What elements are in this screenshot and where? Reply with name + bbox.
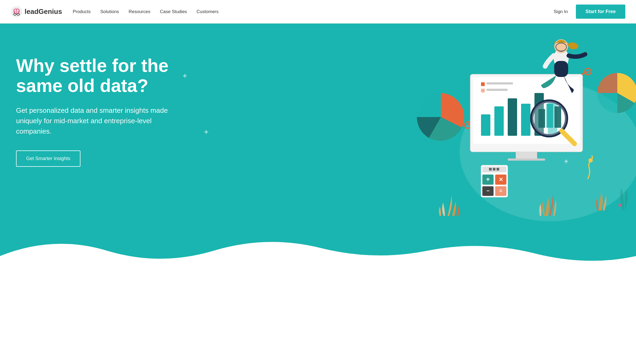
hero-content: Why settle for the same old data? Get pe… (16, 45, 198, 167)
hero-subtitle: Get personalized data and smarter insigh… (16, 105, 182, 137)
hero-illustration: + ✕ − = (401, 24, 636, 277)
svg-rect-25 (481, 89, 485, 92)
navbar-right: Sign In Start for Free (554, 5, 625, 19)
hero-svg: + ✕ − = (401, 24, 636, 243)
navbar-left: leadGenius Products Solutions Resources … (11, 6, 219, 18)
svg-rect-31 (538, 109, 545, 128)
svg-rect-21 (521, 104, 530, 136)
nav-links: Products Solutions Resources Case Studie… (73, 9, 219, 14)
logo[interactable]: leadGenius (11, 6, 62, 18)
svg-text:✕: ✕ (499, 177, 503, 183)
svg-rect-37 (493, 168, 495, 171)
svg-rect-26 (486, 82, 513, 84)
navbar: leadGenius Products Solutions Resources … (0, 0, 636, 24)
hero-section: Why settle for the same old data? Get pe… (0, 24, 636, 277)
start-for-free-button[interactable]: Start for Free (576, 5, 625, 19)
nav-products[interactable]: Products (73, 9, 91, 14)
svg-point-51 (588, 158, 593, 162)
hero-title: Why settle for the same old data? (16, 56, 198, 96)
deco-cross-2: ✦ (203, 128, 209, 137)
nav-resources[interactable]: Resources (129, 9, 150, 14)
nav-solutions[interactable]: Solutions (100, 9, 119, 14)
logo-brain-icon (11, 6, 22, 18)
svg-text:=: = (499, 188, 502, 194)
svg-rect-32 (546, 104, 553, 128)
svg-rect-16 (516, 152, 537, 158)
svg-point-52 (618, 204, 622, 207)
svg-rect-38 (497, 168, 499, 171)
nav-customers[interactable]: Customers (197, 9, 219, 14)
svg-rect-24 (481, 82, 485, 86)
get-smarter-insights-button[interactable]: Get Smarter Insights (16, 150, 80, 167)
svg-rect-18 (481, 114, 490, 136)
svg-text:+: + (486, 176, 490, 183)
nav-case-studies[interactable]: Case Studies (160, 9, 187, 14)
svg-rect-19 (494, 106, 504, 136)
svg-rect-36 (489, 168, 492, 171)
svg-rect-33 (554, 106, 561, 128)
svg-rect-50 (554, 61, 568, 77)
svg-text:−: − (486, 188, 490, 194)
logo-text: leadGenius (25, 7, 62, 16)
svg-rect-27 (486, 89, 508, 91)
signin-link[interactable]: Sign In (554, 9, 568, 14)
svg-rect-17 (508, 158, 545, 161)
svg-rect-20 (508, 98, 517, 136)
